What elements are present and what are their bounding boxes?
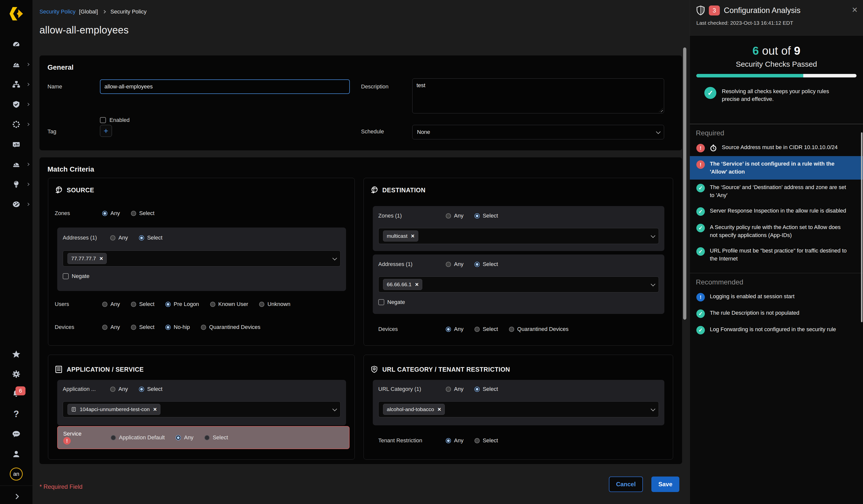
sidebar-divider — [0, 486, 33, 486]
chevron-right-icon — [26, 163, 29, 166]
sidebar-item-user[interactable] — [0, 445, 33, 463]
radio-source-devices-any[interactable]: Any — [102, 324, 120, 330]
radio-source-devices-select[interactable]: Select — [131, 324, 154, 330]
url-category-input[interactable]: alcohol-and-tobacco× — [378, 401, 659, 417]
dest-zones-input[interactable]: multicast× — [378, 228, 659, 244]
radio-dest-zones-select[interactable]: Select — [474, 213, 498, 219]
required-item[interactable]: ✓ Server Response Inspection in the allo… — [690, 203, 863, 219]
network-hierarchy-icon — [12, 80, 21, 89]
sidebar-avatar[interactable]: an — [0, 465, 33, 483]
radio-source-addresses-select[interactable]: Select — [139, 235, 162, 241]
radio-users-known-user[interactable]: Known User — [210, 301, 248, 307]
url-category-header: URL CATEGORY / TENANT RESTRICTION — [370, 365, 510, 374]
sidebar-item-incidents[interactable] — [0, 55, 33, 73]
sidebar-item-insights[interactable] — [0, 175, 33, 193]
radio-label: Select — [483, 386, 498, 392]
recommended-item[interactable]: ✓ Log Forwarding is not configured in th… — [690, 322, 863, 338]
radio-service-app-default[interactable]: Application Default — [111, 434, 165, 441]
address-chip: 66.66.66.1× — [383, 279, 422, 290]
sidebar-item-alerts[interactable] — [0, 155, 33, 173]
radio-source-zones-any[interactable]: Any — [102, 210, 120, 216]
sidebar-item-settings[interactable] — [0, 365, 33, 383]
description-textarea[interactable]: test — [412, 78, 664, 113]
add-tag-button[interactable]: + — [100, 125, 112, 137]
breadcrumb-section-link[interactable]: Security Policy — [39, 9, 75, 15]
radio-source-zones-select[interactable]: Select — [131, 210, 154, 216]
remove-chip-icon[interactable]: × — [438, 406, 441, 412]
radio-icon — [165, 325, 171, 330]
sidebar-item-help[interactable]: ? — [0, 405, 33, 423]
required-item-selected[interactable]: ! The ‘Service’ is not configured in a r… — [690, 156, 863, 179]
radio-url-select[interactable]: Select — [474, 386, 498, 392]
main-scrollbar[interactable] — [683, 48, 686, 320]
sidebar-item-dashboard[interactable] — [0, 36, 33, 53]
radio-dest-addresses-select[interactable]: Select — [474, 261, 498, 267]
sidebar-item-feedback[interactable] — [0, 425, 33, 443]
radio-dest-devices-any[interactable]: Any — [446, 326, 463, 332]
check-icon: ✓ — [696, 184, 705, 192]
recommended-item[interactable]: ! Logging is enabled at session start — [690, 289, 863, 305]
source-addresses-input[interactable]: 77.77.77.7× — [63, 251, 340, 266]
chevron-right-icon — [26, 123, 29, 126]
source-users-row: Users Any Select Pre Logon Known User Un… — [55, 301, 301, 307]
service-label-wrap: Service ! — [63, 431, 111, 444]
sidebar-item-security-posture[interactable] — [0, 96, 33, 113]
cancel-button[interactable]: Cancel — [609, 477, 643, 492]
radio-tenant-any[interactable]: Any — [446, 437, 463, 444]
radio-icon — [201, 325, 206, 330]
radio-source-devices-quarantined[interactable]: Quarantined Devices — [201, 324, 260, 330]
radio-users-pre-logon[interactable]: Pre Logon — [165, 301, 199, 307]
radio-source-devices-no-hip[interactable]: No-hip — [165, 324, 190, 330]
required-item[interactable]: ✓ URL Profile must be "best practice" fo… — [690, 243, 863, 266]
dest-addresses-row: Addresses (1) Any Select — [378, 261, 509, 267]
paloalto-logo[interactable] — [9, 6, 24, 22]
radio-users-any[interactable]: Any — [102, 301, 120, 307]
dest-addresses-input[interactable]: 66.66.66.1× — [378, 276, 659, 292]
required-item[interactable]: ! Source Address must be in CIDR 10.10.1… — [690, 140, 863, 156]
name-input[interactable] — [100, 79, 350, 94]
chevron-down-icon — [332, 256, 337, 260]
sidebar-item-network[interactable] — [0, 75, 33, 93]
radio-users-select[interactable]: Select — [131, 301, 154, 307]
application-input[interactable]: 104apci-unnumbered-test-con× — [63, 401, 340, 417]
remove-chip-icon[interactable]: × — [411, 233, 414, 239]
remove-chip-icon[interactable]: × — [99, 255, 103, 262]
sidebar-expand-button[interactable] — [0, 488, 33, 504]
zones-label: Zones — [55, 210, 102, 216]
remove-chip-icon[interactable]: × — [415, 281, 418, 288]
save-button[interactable]: Save — [651, 477, 679, 492]
radio-service-select[interactable]: Select — [204, 434, 228, 441]
breadcrumb-scope: [Global] — [79, 9, 98, 15]
radio-source-addresses-any[interactable]: Any — [110, 235, 128, 241]
dest-negate-checkbox[interactable] — [378, 299, 384, 305]
addresses-label: Addresses (1) — [378, 261, 446, 267]
sidebar-item-identity[interactable] — [0, 115, 33, 134]
radio-dest-zones-any[interactable]: Any — [446, 213, 463, 219]
radio-url-any[interactable]: Any — [446, 386, 463, 392]
remove-chip-icon[interactable]: × — [153, 406, 157, 412]
panel-scrollbar[interactable] — [861, 133, 863, 322]
devices-label: Devices — [378, 326, 446, 332]
check-text: URL Profile must be "best practice" for … — [710, 247, 850, 263]
radio-dest-addresses-any[interactable]: Any — [446, 261, 463, 267]
sidebar-item-dashboards[interactable] — [0, 195, 33, 213]
close-icon[interactable]: × — [852, 5, 858, 14]
radio-service-any[interactable]: Any — [176, 434, 193, 441]
sidebar-item-monitor[interactable] — [0, 135, 33, 153]
source-negate-checkbox[interactable] — [63, 273, 69, 279]
enabled-checkbox[interactable] — [100, 117, 106, 123]
radio-tenant-select[interactable]: Select — [474, 437, 498, 444]
recommended-item[interactable]: ✓ The rule Description is not populated — [690, 305, 863, 322]
radio-application-any[interactable]: Any — [110, 386, 128, 392]
check-icon: ✓ — [696, 207, 705, 216]
required-item[interactable]: ✓ A Security policy rule with the Action… — [690, 219, 863, 243]
radio-dest-devices-quarantined[interactable]: Quarantined Devices — [509, 326, 568, 332]
radio-users-unknown[interactable]: Unknown — [259, 301, 290, 307]
radio-icon — [110, 235, 115, 240]
schedule-select[interactable]: None — [412, 125, 664, 139]
sidebar-item-notifications[interactable]: 6 — [0, 385, 33, 403]
sidebar-item-favorites[interactable] — [0, 345, 33, 363]
radio-application-select[interactable]: Select — [139, 386, 162, 392]
required-item[interactable]: ✓ The ‘Source’ and ‘Destination’ address… — [690, 179, 863, 203]
radio-dest-devices-select[interactable]: Select — [474, 326, 498, 332]
